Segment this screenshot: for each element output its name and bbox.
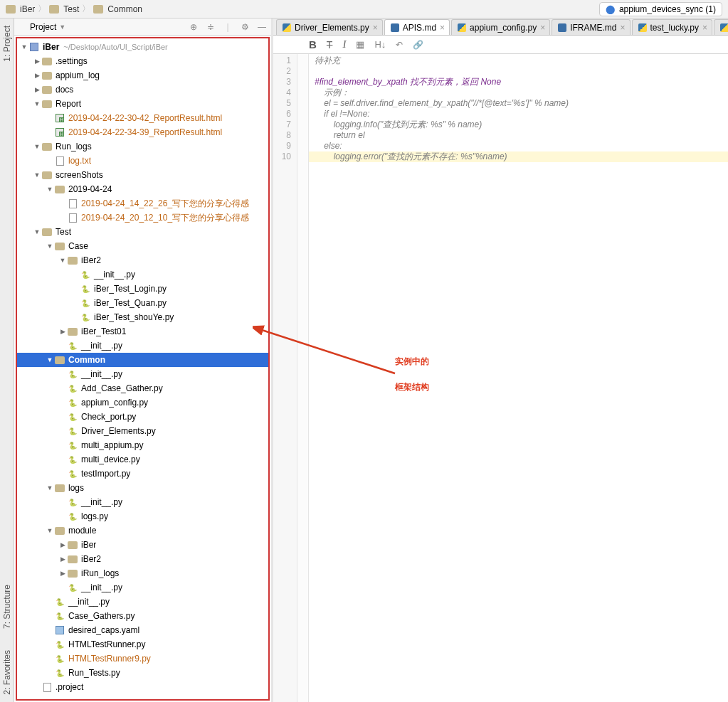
tree-row[interactable]: 🐍multi_device.py: [17, 452, 268, 467]
tree-row[interactable]: ▼2019-04-24: [17, 182, 268, 196]
tree-row[interactable]: ▶iBer: [17, 538, 268, 552]
tree-row[interactable]: ▼module: [17, 523, 268, 538]
editor-tab[interactable]: APIS.md×: [384, 19, 450, 35]
editor-tab[interactable]: appium_config.py×: [451, 19, 550, 35]
bold-button[interactable]: B: [309, 38, 317, 50]
disclosure-icon[interactable]: ▼: [46, 186, 54, 193]
tree-row[interactable]: ▼Run_logs: [17, 139, 268, 154]
tree-row[interactable]: 🐍Check_port.py: [17, 410, 268, 424]
code-button[interactable]: ▦: [356, 39, 364, 50]
hide-icon[interactable]: —: [257, 22, 267, 32]
fold-gutter[interactable]: [297, 54, 309, 702]
header-button[interactable]: H↓: [374, 39, 386, 50]
tree-row[interactable]: ▼iBer2: [17, 253, 268, 267]
editor-tab[interactable]: Driver_Elements.py×: [276, 19, 383, 35]
breadcrumb[interactable]: iBer 〉 Test 〉 Common: [6, 3, 142, 15]
disclosure-icon[interactable]: ▼: [46, 484, 54, 491]
tree-row[interactable]: 🐍testImport.py: [17, 467, 268, 481]
tree-row[interactable]: ▶appium_log: [17, 68, 268, 83]
project-tree[interactable]: ▼iBer~/Desktop/Auto/UI_Script/iBer▶.sett…: [16, 37, 270, 701]
tree-row[interactable]: 🐍appium_config.py: [17, 395, 268, 410]
disclosure-icon[interactable]: ▼: [20, 43, 28, 50]
disclosure-icon[interactable]: ▶: [33, 86, 41, 93]
tree-row[interactable]: 🐍__init__.py: [17, 580, 268, 595]
tree-row[interactable]: ▼Case: [17, 239, 268, 253]
tree-row[interactable]: ▼logs: [17, 481, 268, 495]
disclosure-icon[interactable]: ▶: [58, 555, 67, 563]
tree-row[interactable]: 🐍Add_Case_Gather.py: [17, 381, 268, 395]
strike-button[interactable]: T: [327, 39, 333, 50]
tree-row[interactable]: desired_caps.yaml: [17, 623, 268, 637]
target-icon[interactable]: ⊕: [189, 22, 199, 32]
tree-row[interactable]: 🐍iBer_Test_Quan.py: [17, 296, 268, 310]
close-icon[interactable]: ×: [702, 23, 707, 33]
disclosure-icon[interactable]: ▼: [33, 228, 41, 235]
editor-tabs[interactable]: Driver_Elements.py×APIS.md×appium_config…: [273, 18, 728, 36]
editor-tab[interactable]: test_lucky.py×: [632, 19, 713, 35]
italic-button[interactable]: I: [342, 38, 346, 50]
tree-row[interactable]: ▶.settings: [17, 54, 268, 68]
tree-row[interactable]: 🐍__init__.py: [17, 339, 268, 353]
disclosure-icon[interactable]: ▶: [33, 72, 41, 79]
tree-row[interactable]: 🐍__init__.py: [17, 367, 268, 381]
favorites-tool-tab[interactable]: 2: Favorites: [2, 650, 12, 695]
close-icon[interactable]: ×: [373, 23, 378, 33]
editor-tab[interactable]: v×: [714, 19, 728, 35]
tree-row[interactable]: ▼Test: [17, 225, 268, 239]
panel-title[interactable]: Project: [30, 22, 56, 32]
tree-row[interactable]: 🐍__init__.py: [17, 267, 268, 282]
tree-row[interactable]: 🐍multi_appium.py: [17, 438, 268, 452]
tree-row[interactable]: 2019-04-24_20_12_10_写下您的分享心得感: [17, 211, 268, 225]
tree-row[interactable]: 🐍__init__.py: [17, 495, 268, 509]
editor-body[interactable]: 12345678910 待补充 #find_element_by_xpath 找…: [273, 54, 728, 702]
disclosure-icon[interactable]: ▼: [33, 171, 41, 179]
tree-row[interactable]: .project: [17, 680, 268, 694]
gear-icon[interactable]: ⚙: [240, 22, 250, 32]
disclosure-icon[interactable]: ▼: [46, 356, 54, 363]
dropdown-icon[interactable]: ▼: [59, 23, 65, 31]
tree-row[interactable]: 2019-04-24-22-30-42_ReportResult.html: [17, 111, 268, 125]
tree-row[interactable]: 🐍Case_Gathers.py: [17, 609, 268, 623]
tree-row[interactable]: ▼iBer~/Desktop/Auto/UI_Script/iBer: [17, 40, 268, 54]
disclosure-icon[interactable]: ▶: [58, 541, 67, 548]
editor-tab[interactable]: IFRAME.md×: [552, 19, 630, 35]
undo-button[interactable]: ↶: [396, 40, 403, 50]
tree-row[interactable]: 🐍__init__.py: [17, 595, 268, 609]
tree-row[interactable]: log.txt: [17, 154, 268, 168]
close-icon[interactable]: ×: [540, 23, 545, 33]
tree-row[interactable]: 🐍HTMLTestRunner.py: [17, 637, 268, 652]
disclosure-icon[interactable]: ▶: [33, 58, 41, 65]
tree-row[interactable]: 2019-04-24-22-34-39_ReportResult.html: [17, 125, 268, 139]
breadcrumb-seg[interactable]: iBer: [20, 4, 35, 14]
tree-row[interactable]: 🐍iBer_Test_Login.py: [17, 282, 268, 296]
disclosure-icon[interactable]: ▼: [46, 243, 54, 250]
disclosure-icon[interactable]: ▼: [33, 100, 41, 107]
close-icon[interactable]: ×: [440, 23, 445, 33]
tree-row[interactable]: ▼Report: [17, 97, 268, 111]
project-tool-tab[interactable]: 1: Project: [2, 26, 12, 62]
tree-row[interactable]: ▶docs: [17, 83, 268, 97]
collapse-icon[interactable]: ≑: [206, 22, 216, 32]
disclosure-icon[interactable]: ▼: [46, 527, 54, 534]
disclosure-icon[interactable]: ▼: [58, 257, 67, 264]
tree-row[interactable]: ▶iBer_Test01: [17, 324, 268, 339]
tool-window-stripe[interactable]: 1: Project 7: Structure 2: Favorites: [0, 18, 14, 702]
close-icon[interactable]: ×: [621, 23, 626, 33]
tree-row[interactable]: 🐍logs.py: [17, 509, 268, 523]
tree-row[interactable]: ▼screenShots: [17, 168, 268, 182]
tree-row[interactable]: 🐍iBer_Test_shouYe.py: [17, 310, 268, 324]
tree-row-selected[interactable]: ▼Common: [17, 353, 268, 367]
tree-row[interactable]: 🐍HTMLTestRunner9.py: [17, 652, 268, 666]
breadcrumb-seg[interactable]: Common: [107, 4, 142, 14]
run-config-dropdown[interactable]: ⬤ appium_devices_sync (1): [599, 2, 722, 16]
disclosure-icon[interactable]: ▶: [58, 328, 67, 335]
structure-tool-tab[interactable]: 7: Structure: [2, 585, 12, 629]
code-content[interactable]: 待补充 #find_element_by_xpath 找不到元素，返回 None…: [309, 54, 728, 702]
disclosure-icon[interactable]: ▶: [58, 570, 67, 577]
tree-row[interactable]: ▶iRun_logs: [17, 566, 268, 580]
tree-row[interactable]: ▶iBer2: [17, 552, 268, 566]
tree-row[interactable]: 2019-04-24_14_22_26_写下您的分享心得感: [17, 196, 268, 211]
disclosure-icon[interactable]: ▼: [33, 143, 41, 150]
breadcrumb-seg[interactable]: Test: [63, 4, 79, 14]
tree-row[interactable]: 🐍Run_Tests.py: [17, 666, 268, 680]
